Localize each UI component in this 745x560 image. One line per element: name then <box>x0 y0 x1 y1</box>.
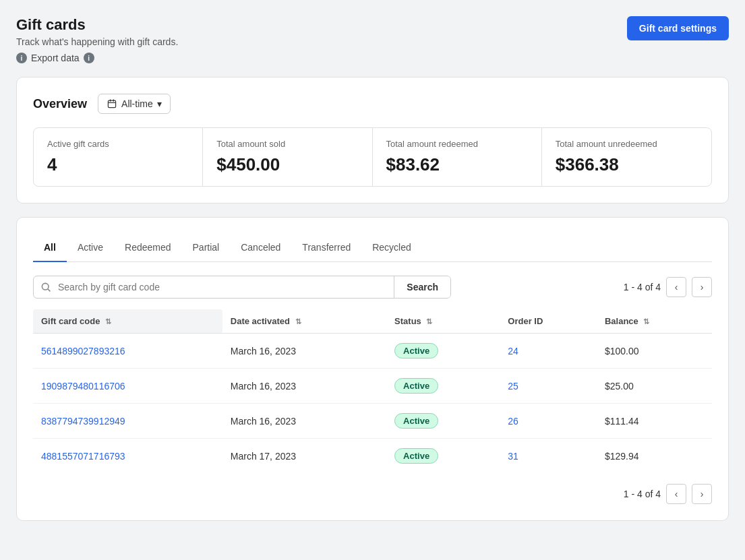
page-title: Gift cards <box>16 16 178 34</box>
stat-item-2: Total amount redeemed$83.62 <box>373 128 542 186</box>
stat-label-0: Active gift cards <box>47 139 189 149</box>
stat-label-2: Total amount redeemed <box>386 139 528 149</box>
gift-card-link-3[interactable]: 4881557071716793 <box>41 451 125 462</box>
cell-orderid-1[interactable]: 25 <box>500 369 597 404</box>
export-info-icon-2[interactable]: i <box>84 53 94 63</box>
pagination-label-top: 1 - 4 of 4 <box>624 282 661 292</box>
export-row: i Export data i <box>16 53 178 63</box>
cell-balance-2: $111.44 <box>597 404 712 439</box>
next-page-button-top[interactable]: › <box>692 277 712 297</box>
stat-value-3: $366.38 <box>556 154 698 175</box>
tab-canceled[interactable]: Canceled <box>230 234 291 262</box>
stat-value-1: $450.00 <box>216 154 358 175</box>
page-header-left: Gift cards Track what's happening with g… <box>16 16 178 63</box>
prev-page-button-top[interactable]: ‹ <box>666 277 686 297</box>
cell-status-2: Active <box>386 404 500 439</box>
tab-partial[interactable]: Partial <box>182 234 231 262</box>
calendar-icon <box>107 98 117 109</box>
col-header-1[interactable]: Date activated ⇅ <box>222 309 386 334</box>
chevron-down-icon: ▾ <box>157 98 162 109</box>
pagination-info-top: 1 - 4 of 4 ‹ › <box>624 277 712 297</box>
tab-transferred[interactable]: Transferred <box>291 234 361 262</box>
status-badge-3: Active <box>394 448 438 464</box>
table-body: 5614899027893216 March 16, 2023 Active 2… <box>33 334 712 474</box>
stat-item-0: Active gift cards4 <box>34 128 203 186</box>
table-row: 8387794739912949 March 16, 2023 Active 2… <box>33 404 712 439</box>
cell-balance-3: $129.94 <box>597 439 712 474</box>
cell-balance-0: $100.00 <box>597 334 712 369</box>
gift-card-link-2[interactable]: 8387794739912949 <box>41 416 125 427</box>
stat-value-2: $83.62 <box>386 154 528 175</box>
overview-header: Overview All-time ▾ <box>33 94 712 114</box>
cell-orderid-0[interactable]: 24 <box>500 334 597 369</box>
cell-code-2[interactable]: 8387794739912949 <box>33 404 222 439</box>
sort-icon-4: ⇅ <box>643 317 649 326</box>
gift-card-link-1[interactable]: 1909879480116706 <box>41 381 125 392</box>
pagination-label-bottom: 1 - 4 of 4 <box>624 489 661 499</box>
table-row: 4881557071716793 March 17, 2023 Active 3… <box>33 439 712 474</box>
order-link-0[interactable]: 24 <box>508 346 518 356</box>
search-input[interactable] <box>58 276 394 298</box>
gift-card-link-0[interactable]: 5614899027893216 <box>41 346 125 356</box>
table-header: Gift card code ⇅Date activated ⇅Status ⇅… <box>33 309 712 334</box>
cell-code-3[interactable]: 4881557071716793 <box>33 439 222 474</box>
order-link-3[interactable]: 31 <box>508 451 518 462</box>
search-row: Search 1 - 4 of 4 ‹ › <box>33 276 712 299</box>
tab-recycled[interactable]: Recycled <box>361 234 422 262</box>
search-box: Search <box>33 276 451 299</box>
col-header-4[interactable]: Balance ⇅ <box>597 309 712 334</box>
tab-redeemed[interactable]: Redeemed <box>114 234 182 262</box>
col-header-2[interactable]: Status ⇅ <box>386 309 500 334</box>
table-row: 1909879480116706 March 16, 2023 Active 2… <box>33 369 712 404</box>
stats-row: Active gift cards4Total amount sold$450.… <box>33 127 712 187</box>
search-icon <box>34 276 58 298</box>
tab-all[interactable]: All <box>33 234 67 262</box>
cell-code-1[interactable]: 1909879480116706 <box>33 369 222 404</box>
pagination-bottom: 1 - 4 of 4 ‹ › <box>33 484 712 504</box>
stat-item-1: Total amount sold$450.00 <box>203 128 372 186</box>
cell-orderid-3[interactable]: 31 <box>500 439 597 474</box>
gift-card-settings-button[interactable]: Gift card settings <box>627 16 729 40</box>
page-header: Gift cards Track what's happening with g… <box>16 16 729 63</box>
sort-icon-2: ⇅ <box>426 317 432 326</box>
tabs: AllActiveRedeemedPartialCanceledTransfer… <box>33 234 712 262</box>
date-filter-dropdown[interactable]: All-time ▾ <box>98 94 171 114</box>
tab-active[interactable]: Active <box>67 234 114 262</box>
cell-date-0: March 16, 2023 <box>222 334 386 369</box>
order-link-1[interactable]: 25 <box>508 381 518 392</box>
overview-title: Overview <box>33 97 87 111</box>
stat-label-1: Total amount sold <box>216 139 358 149</box>
stat-value-0: 4 <box>47 154 189 175</box>
date-filter-label: All-time <box>121 98 153 109</box>
svg-line-5 <box>48 289 51 292</box>
cell-code-0[interactable]: 5614899027893216 <box>33 334 222 369</box>
cell-status-0: Active <box>386 334 500 369</box>
stat-item-3: Total amount unredeemed$366.38 <box>542 128 711 186</box>
status-badge-0: Active <box>394 343 438 359</box>
sort-icon-0: ⇅ <box>105 317 111 326</box>
svg-rect-0 <box>108 100 115 107</box>
next-page-button-bottom[interactable]: › <box>692 484 712 504</box>
export-link[interactable]: Export data <box>31 53 80 63</box>
svg-point-4 <box>42 283 49 290</box>
status-badge-1: Active <box>394 378 438 394</box>
page-subtitle: Track what's happening with gift cards. <box>16 36 178 47</box>
sort-icon-1: ⇅ <box>295 317 301 326</box>
table-row: 5614899027893216 March 16, 2023 Active 2… <box>33 334 712 369</box>
overview-card: Overview All-time ▾ Active gift cards4To… <box>16 77 729 204</box>
cell-date-1: March 16, 2023 <box>222 369 386 404</box>
cell-status-3: Active <box>386 439 500 474</box>
prev-page-button-bottom[interactable]: ‹ <box>666 484 686 504</box>
status-badge-2: Active <box>394 413 438 429</box>
stat-label-3: Total amount unredeemed <box>556 139 698 149</box>
order-link-2[interactable]: 26 <box>508 416 518 427</box>
col-header-3: Order ID <box>500 309 597 334</box>
cell-orderid-2[interactable]: 26 <box>500 404 597 439</box>
cell-status-1: Active <box>386 369 500 404</box>
col-header-0[interactable]: Gift card code ⇅ <box>33 309 222 334</box>
table-card: AllActiveRedeemedPartialCanceledTransfer… <box>16 217 729 521</box>
cell-date-2: March 16, 2023 <box>222 404 386 439</box>
export-info-icon[interactable]: i <box>16 53 27 63</box>
search-button[interactable]: Search <box>394 276 450 298</box>
gift-cards-table: Gift card code ⇅Date activated ⇅Status ⇅… <box>33 309 712 473</box>
